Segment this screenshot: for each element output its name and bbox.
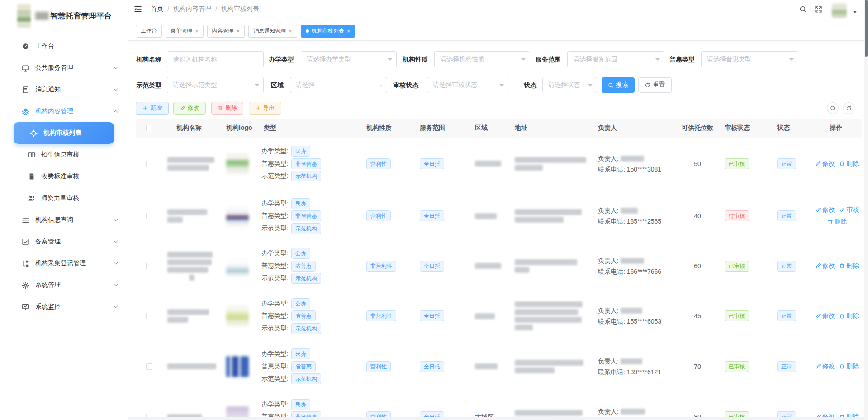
sidebar-item-message-notice[interactable]: 消息通知 — [0, 79, 128, 100]
edit-link[interactable]: 修改 — [815, 363, 835, 371]
search-icon[interactable] — [799, 5, 807, 13]
review-link[interactable]: 审核 — [839, 206, 859, 214]
service-scope-select[interactable]: 请选择服务范围 — [567, 51, 664, 67]
row-checkbox[interactable] — [146, 213, 152, 219]
status-select[interactable]: 请选择状态 — [542, 77, 597, 93]
trash-icon — [839, 263, 845, 269]
sidebar-item-collect-register[interactable]: 机构采集登记管理 — [0, 253, 128, 274]
service-tag: 全日托 — [420, 310, 444, 321]
row-checkbox[interactable] — [146, 363, 152, 370]
review-status-tag: 已审核 — [725, 261, 749, 272]
benefit-type-tag: 非省普惠 — [291, 411, 321, 417]
sidebar-item-public-service[interactable]: 公共服务管理 — [0, 57, 128, 79]
table-refresh-button[interactable] — [843, 102, 854, 114]
sidebar-item-system-management[interactable]: 系统管理 — [0, 274, 128, 296]
delete-button[interactable]: 删除 — [211, 102, 243, 115]
select-all-checkbox[interactable] — [146, 125, 152, 131]
fullscreen-icon[interactable] — [815, 5, 822, 13]
benefit-type-select[interactable]: 请选择普惠类型 — [701, 51, 798, 67]
tab-menu-management[interactable]: 菜单管理× — [166, 25, 204, 38]
breadcrumb-home[interactable]: 首页 — [151, 5, 163, 13]
delete-link[interactable]: 删除 — [827, 218, 847, 226]
benefit-type-tag: 省普惠 — [291, 310, 316, 321]
org-name-input[interactable] — [167, 51, 264, 67]
row-checkbox[interactable] — [146, 161, 152, 167]
trash-icon — [839, 313, 845, 319]
type-cell: 办学类型:民办 普惠类型:非省普惠 示范类型:示范机构 — [257, 196, 362, 235]
tab-close-icon[interactable]: × — [195, 28, 199, 34]
benefit-type-tag: 非省普惠 — [291, 158, 321, 169]
scrollbar-track[interactable] — [864, 0, 868, 420]
row-checkbox[interactable] — [146, 313, 152, 319]
collapse-sidebar-icon[interactable] — [134, 5, 142, 13]
tab-org-review-list[interactable]: 机构审核列表× — [301, 25, 356, 38]
filter-label-status: 状态 — [524, 77, 536, 93]
brand: 智慧托育管理平台 — [0, 0, 128, 32]
sidebar-item-fee-review[interactable]: 收费标准审核 — [0, 166, 128, 187]
delete-link[interactable]: 删除 — [839, 363, 859, 371]
breadcrumb-current: 机构审核列表 — [221, 5, 259, 13]
monitor-chart-icon — [22, 303, 29, 311]
edit-link[interactable]: 修改 — [815, 160, 835, 168]
delete-link[interactable]: 删除 — [839, 160, 859, 168]
tab-content-management[interactable]: 内容管理× — [207, 25, 245, 38]
table-search-toggle-button[interactable] — [827, 102, 839, 114]
reset-button[interactable]: 重置 — [638, 77, 672, 93]
edit-link[interactable]: 修改 — [815, 206, 835, 214]
delete-link[interactable]: 删除 — [839, 262, 859, 270]
tab-close-icon[interactable]: × — [289, 28, 292, 34]
scrollbar-thumb[interactable] — [865, 0, 868, 57]
chevron-down-icon — [378, 83, 383, 88]
edit-link[interactable]: 修改 — [815, 262, 835, 270]
address-redacted — [510, 207, 593, 224]
type-cell: 办学类型:民办 普惠类型:非省普惠 示范类型: — [257, 397, 362, 417]
delete-link[interactable]: 删除 — [839, 413, 859, 417]
caret-down-icon[interactable] — [853, 10, 857, 14]
caret-down-icon — [255, 84, 259, 89]
org-logo-image — [226, 153, 249, 174]
sidebar-item-enrollment-review[interactable]: 招生信息审核 — [0, 144, 128, 166]
address-redacted — [510, 258, 593, 275]
dashboard-icon — [22, 43, 29, 50]
sidebar-item-org-review-list[interactable]: 机构审核列表 — [14, 122, 114, 144]
add-button[interactable]: 新增 — [136, 102, 169, 115]
school-type-tag: 民办 — [291, 399, 310, 410]
school-type-select[interactable]: 请选择办学类型 — [301, 51, 397, 67]
active-tab-dot — [306, 29, 309, 33]
row-actions: 修改 删除 — [811, 363, 862, 371]
edit-link[interactable]: 修改 — [815, 413, 835, 417]
row-checkbox[interactable] — [146, 263, 152, 269]
table-row: 办学类型:民办 普惠类型:非省普惠 示范类型: 营利性 全日托 大城区 负责人:… — [136, 391, 862, 417]
fee-review-icon — [28, 173, 35, 180]
sidebar-item-org-query[interactable]: 机构信息查询 — [0, 209, 128, 231]
caret-down-icon — [499, 84, 504, 89]
demo-type-select[interactable]: 请选择示范类型 — [167, 77, 264, 93]
breadcrumb-separator: / — [215, 5, 217, 13]
sidebar-item-org-content[interactable]: 机构内容管理 — [0, 100, 128, 122]
tab-close-icon[interactable]: × — [347, 28, 351, 34]
search-button[interactable]: 搜索 — [602, 77, 635, 93]
tab-close-icon[interactable]: × — [237, 28, 240, 34]
sidebar-item-record-management[interactable]: 备案管理 — [0, 231, 128, 253]
brand-title: 智慧托育管理平台 — [50, 11, 112, 21]
row-actions: 修改 删除 — [811, 413, 862, 417]
avatar[interactable] — [832, 3, 847, 18]
tab-workbench[interactable]: 工作台 — [136, 25, 162, 38]
brand-logo-image — [17, 4, 31, 28]
chevron-down-icon — [113, 304, 119, 310]
export-button[interactable]: 导出 — [249, 102, 281, 115]
pencil-icon — [839, 207, 845, 213]
sidebar-item-system-monitor[interactable]: 系统监控 — [0, 296, 128, 318]
edit-button[interactable]: 修改 — [173, 102, 206, 115]
edit-link[interactable]: 修改 — [815, 312, 835, 320]
table-header: 机构名称 机构logo 类型 机构性质 服务范围 区域 地址 负责人 可供托位数… — [136, 119, 862, 138]
tab-message-notice-management[interactable]: 消息通知管理× — [248, 25, 297, 38]
manager-cell: 负责人: 联系电话: 150****3081 — [593, 152, 678, 176]
delete-link[interactable]: 删除 — [839, 312, 859, 320]
review-status-select[interactable]: 请选择审核状态 — [427, 77, 508, 93]
org-nature-select[interactable]: 请选择机构性质 — [434, 51, 530, 67]
row-checkbox[interactable] — [146, 414, 152, 417]
sidebar-item-teacher-review[interactable]: 师资力量审核 — [0, 187, 128, 209]
region-select[interactable]: 请选择 — [290, 77, 387, 93]
sidebar-item-workbench[interactable]: 工作台 — [0, 35, 128, 57]
